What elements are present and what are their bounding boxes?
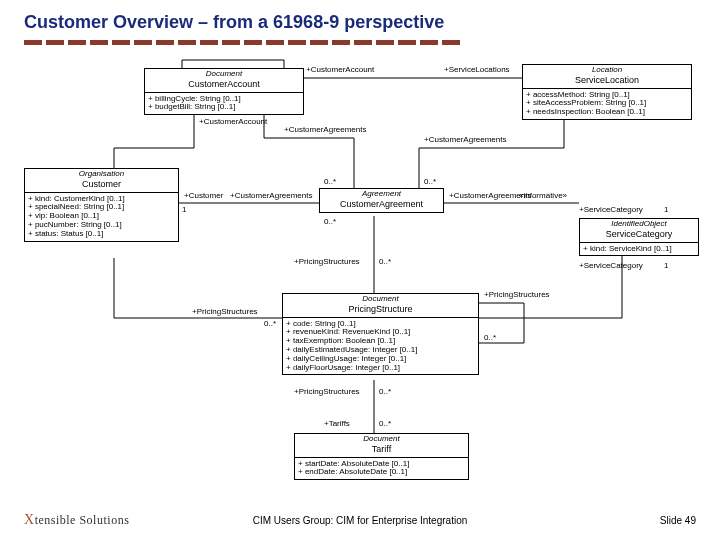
multiplicity-label: 1 <box>664 262 668 271</box>
attr: budgetBill: String [0..1] <box>148 103 300 112</box>
attr: needsInspection: Boolean [0..1] <box>526 108 688 117</box>
multiplicity-label: 0..* <box>324 178 336 187</box>
diagram-canvas: Document CustomerAccount billingCycle: S… <box>24 58 700 488</box>
attr-list: startDate: AbsoluteDate [0..1] endDate: … <box>295 458 468 480</box>
attr: kind: ServiceKind [0..1] <box>583 245 695 254</box>
role-label: +PricingStructures <box>192 308 258 317</box>
class-name: ServiceLocation <box>523 75 691 89</box>
multiplicity-label: 1 <box>664 206 668 215</box>
attr: dailyFloorUsage: Integer [0..1] <box>286 364 475 373</box>
role-label: +PricingStructures <box>484 291 550 300</box>
stereotype-label: Document <box>283 294 478 304</box>
attr: endDate: AbsoluteDate [0..1] <box>298 468 465 477</box>
role-label: +ServiceLocations <box>444 66 510 75</box>
stereotype-label: IdentifiedObject <box>580 219 698 229</box>
role-label: +Tariffs <box>324 420 350 429</box>
class-tariff: Document Tariff startDate: AbsoluteDate … <box>294 433 469 480</box>
multiplicity-label: 0..* <box>379 420 391 429</box>
class-customer: Organisation Customer kind: CustomerKind… <box>24 168 179 242</box>
attr-list: accessMethod: String [0..1] siteAccessPr… <box>523 89 691 119</box>
class-name: CustomerAgreement <box>320 199 443 212</box>
stereotype-label: «informative» <box>519 192 567 201</box>
multiplicity-label: 0..* <box>424 178 436 187</box>
multiplicity-label: 0..* <box>379 258 391 267</box>
attr-list: code: String [0..1] revenueKind: Revenue… <box>283 318 478 375</box>
role-label: +CustomerAgreements <box>230 192 312 201</box>
stereotype-label: Document <box>295 434 468 444</box>
role-label: +CustomerAccount <box>199 118 267 127</box>
class-name: PricingStructure <box>283 304 478 318</box>
role-label: +ServiceCategory <box>579 262 643 271</box>
class-service-location: Location ServiceLocation accessMethod: S… <box>522 64 692 120</box>
connector-lines <box>24 58 700 488</box>
slide-number: Slide 49 <box>660 515 696 526</box>
role-label: +CustomerAgreements <box>284 126 366 135</box>
role-label: +Customer <box>184 192 223 201</box>
title-underline <box>24 40 564 46</box>
attr: status: Status [0..1] <box>28 230 175 239</box>
multiplicity-label: 1 <box>182 206 186 215</box>
slide-root: Customer Overview – from a 61968-9 persp… <box>0 0 720 540</box>
role-label: +ServiceCategory <box>579 206 643 215</box>
role-label: +PricingStructures <box>294 258 360 267</box>
role-label: +CustomerAgreements <box>424 136 506 145</box>
role-label: +CustomerAccount <box>306 66 374 75</box>
stereotype-label: Document <box>145 69 303 79</box>
class-customer-account: Document CustomerAccount billingCycle: S… <box>144 68 304 115</box>
footer-caption: CIM Users Group: CIM for Enterprise Inte… <box>0 515 720 526</box>
stereotype-label: Organisation <box>25 169 178 179</box>
page-title: Customer Overview – from a 61968-9 persp… <box>24 12 444 33</box>
class-customer-agreement: Agreement CustomerAgreement <box>319 188 444 213</box>
class-service-category: IdentifiedObject ServiceCategory kind: S… <box>579 218 699 256</box>
attr-list: kind: ServiceKind [0..1] <box>580 243 698 256</box>
class-name: Tariff <box>295 444 468 458</box>
multiplicity-label: 0..* <box>264 320 276 329</box>
attr-list: kind: CustomerKind [0..1] specialNeed: S… <box>25 193 178 241</box>
class-pricing-structure: Document PricingStructure code: String [… <box>282 293 479 375</box>
stereotype-label: Location <box>523 65 691 75</box>
class-name: ServiceCategory <box>580 229 698 243</box>
multiplicity-label: 0..* <box>484 334 496 343</box>
attr-list: billingCycle: String [0..1] budgetBill: … <box>145 93 303 115</box>
multiplicity-label: 0..* <box>379 388 391 397</box>
multiplicity-label: 0..* <box>324 218 336 227</box>
class-name: CustomerAccount <box>145 79 303 93</box>
role-label: +PricingStructures <box>294 388 360 397</box>
class-name: Customer <box>25 179 178 193</box>
stereotype-label: Agreement <box>320 189 443 199</box>
